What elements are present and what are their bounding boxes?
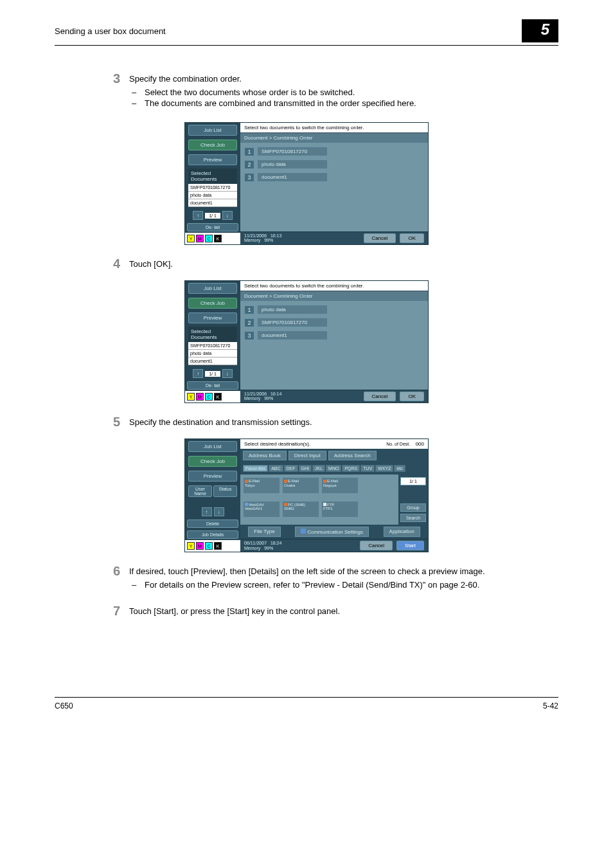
detail-button[interactable]: De- tail: [187, 381, 238, 390]
dest-ftp[interactable]: FTPFTP1: [321, 501, 359, 518]
screenshot-destination: Job List Check Job Preview User Name Sta…: [184, 439, 429, 552]
detail-button[interactable]: De- tail: [187, 223, 238, 231]
preview-button[interactable]: Preview: [188, 312, 237, 323]
letter-etc[interactable]: etc: [394, 465, 405, 472]
preview-button[interactable]: Preview: [188, 154, 237, 165]
step-4-text: Touch [OK].: [129, 259, 558, 269]
communication-settings-tab[interactable]: Communication Settings: [295, 527, 369, 537]
letter-mno[interactable]: MNO: [326, 465, 341, 472]
ok-button[interactable]: OK: [400, 233, 424, 243]
step-3-bullet-2: The documents are combined and transmitt…: [145, 98, 416, 108]
address-book-tab[interactable]: Address Book: [243, 451, 287, 460]
status-info: 06/11/2007 18:24 Memory 99%: [244, 541, 281, 550]
toner-indicators: YMCK: [185, 233, 240, 244]
dest-page-indicator: 1/ 1: [400, 477, 426, 485]
screenshot-combining-order-1: Job List Check Job Preview Selected Docu…: [184, 122, 429, 245]
order-item-1[interactable]: SMFP07010817270: [257, 147, 328, 156]
footer-page: 5-42: [543, 701, 558, 710]
application-tab[interactable]: Application: [384, 527, 420, 537]
order-item-2[interactable]: photo data: [257, 159, 328, 169]
step-6-bullet-1: For details on the Preview screen, refer…: [145, 580, 479, 590]
no-of-dest-label: No. of Dest.: [384, 441, 413, 447]
job-details-button[interactable]: Job Details: [187, 530, 238, 539]
check-job-button[interactable]: Check Job: [188, 140, 237, 150]
letter-def[interactable]: DEF: [284, 465, 298, 472]
breadcrumb: Document > Combining Order: [240, 132, 428, 143]
selected-documents-list: SMFP07010817270 photo data document1: [188, 342, 237, 365]
letter-wxyz[interactable]: WXYZ: [375, 465, 393, 472]
cancel-button[interactable]: Cancel: [364, 392, 396, 401]
instruction-message: Select two documents to switch the combi…: [240, 281, 428, 291]
order-item-2[interactable]: SMFP07010817270: [257, 318, 328, 327]
letter-pqrs[interactable]: PQRS: [342, 465, 360, 472]
footer-model: C650: [55, 701, 73, 710]
letter-abc[interactable]: ABC: [269, 465, 283, 472]
order-item-1[interactable]: photo data: [257, 305, 328, 314]
job-list-button[interactable]: Job List: [188, 283, 237, 294]
letter-tuv[interactable]: TUV: [360, 465, 375, 472]
dest-email-nagoya[interactable]: E-MailNagoya: [321, 477, 359, 494]
order-item-3[interactable]: document1: [257, 172, 328, 182]
cancel-button[interactable]: Cancel: [360, 541, 393, 550]
step-5-num: 5: [106, 415, 129, 431]
status-info: 11/21/2006 16:13 Memory 99%: [244, 233, 281, 243]
down-arrow-button[interactable]: ↓: [222, 369, 233, 378]
step-7-num: 7: [106, 604, 129, 620]
selected-documents-header: Selected Documents: [188, 327, 237, 342]
instruction-message: Select two documents to switch the combi…: [240, 123, 428, 132]
page-indicator: 1/ 1: [205, 371, 220, 377]
check-job-button[interactable]: Check Job: [188, 298, 237, 309]
status-info: 11/21/2006 16:14 Memory 99%: [244, 392, 281, 401]
down-arrow-button[interactable]: ↓: [222, 211, 233, 220]
step-6-text: If desired, touch [Preview], then [Detai…: [129, 566, 558, 576]
page-indicator: 1/ 1: [205, 213, 220, 219]
toner-indicators: YMCK: [185, 540, 240, 552]
step-3-num: 3: [106, 71, 129, 114]
no-of-dest-value: 000: [416, 441, 424, 447]
status-tab[interactable]: Status: [213, 485, 237, 497]
file-type-tab[interactable]: File Type: [248, 527, 280, 537]
search-button[interactable]: Search: [400, 514, 426, 522]
ok-button[interactable]: OK: [400, 392, 424, 401]
step-3-text: Specify the combination order.: [129, 74, 558, 84]
dest-email-tokyo[interactable]: E-MailTokyo: [243, 477, 280, 494]
letter-ghi[interactable]: GHI: [299, 465, 312, 472]
step-6-num: 6: [106, 564, 129, 596]
step-5-text: Specify the destination and transmission…: [129, 417, 558, 427]
chapter-number: 5: [522, 19, 558, 42]
job-list-button[interactable]: Job List: [188, 125, 237, 136]
job-list-button[interactable]: Job List: [188, 441, 237, 452]
section-title: Sending a user box document: [55, 26, 166, 36]
start-button[interactable]: Start: [396, 541, 424, 550]
direct-input-tab[interactable]: Direct Input: [289, 451, 326, 460]
step-3-bullet-1: Select the two documents whose order is …: [145, 87, 355, 97]
instruction-message: Select desired destination(s).: [244, 441, 310, 447]
cancel-button[interactable]: Cancel: [364, 233, 396, 243]
step-7-text: Touch [Start], or press the [Start] key …: [129, 606, 558, 616]
up-arrow-button[interactable]: ↑: [193, 369, 203, 378]
address-search-tab[interactable]: Address Search: [328, 451, 377, 460]
delete-button[interactable]: Delete: [187, 520, 238, 528]
up-arrow-button[interactable]: ↑: [202, 507, 212, 516]
dest-webdav[interactable]: WebDAVWebDAV1: [243, 501, 280, 518]
index-letters: Favor-ites ABC DEF GHI JKL MNO PQRS TUV …: [240, 464, 428, 473]
breadcrumb: Document > Combining Order: [240, 291, 428, 301]
up-arrow-button[interactable]: ↑: [193, 211, 203, 220]
preview-button[interactable]: Preview: [188, 471, 237, 482]
order-item-3[interactable]: document1: [257, 330, 328, 340]
dest-pc-smb[interactable]: PC (SMB)SMB1: [282, 501, 319, 518]
screenshot-combining-order-2: Job List Check Job Preview Selected Docu…: [184, 280, 429, 403]
selected-documents-header: Selected Documents: [188, 168, 237, 184]
letter-favorites[interactable]: Favor-ites: [243, 465, 268, 472]
check-job-button[interactable]: Check Job: [188, 456, 237, 467]
selected-documents-list: SMFP07010817270 photo data document1: [188, 184, 237, 207]
letter-jkl[interactable]: JKL: [312, 465, 325, 472]
step-4-num: 4: [106, 257, 129, 273]
down-arrow-button[interactable]: ↓: [214, 507, 224, 516]
user-name-tab[interactable]: User Name: [188, 485, 212, 497]
dest-email-osaka[interactable]: E-MailOsaka: [282, 477, 319, 494]
toner-indicators: YMCK: [185, 391, 240, 402]
group-button[interactable]: Group: [400, 503, 426, 512]
